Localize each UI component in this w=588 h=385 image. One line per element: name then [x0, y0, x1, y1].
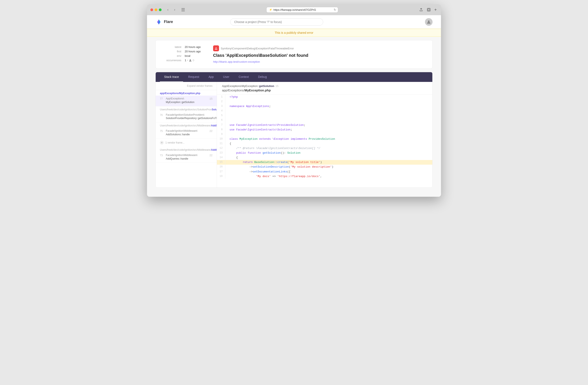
- frame-file-base-73: AddQueries.php: [211, 148, 217, 151]
- public-error-banner: This is a publicly shared error: [147, 29, 441, 37]
- frame-item-73[interactable]: 73 Facade\Ignition\Middleware\ AddQuerie…: [156, 152, 217, 163]
- code-file-path: app/Exceptions/MyException.php: [222, 88, 427, 92]
- minimize-button[interactable]: [155, 8, 157, 11]
- code-line-8: 8 use Facade\IgnitionContracts\Solution;: [217, 127, 432, 132]
- line-num-12: 12: [217, 146, 225, 151]
- env-label: env: [162, 54, 181, 57]
- line-content-5: [225, 113, 235, 118]
- user-avatar[interactable]: [425, 18, 433, 26]
- frame-method-77: MyException::getSolution: [166, 101, 207, 104]
- code-header-title: App\Exceptions\MyException::getSolution …: [222, 84, 427, 88]
- back-button[interactable]: ‹: [165, 7, 171, 13]
- line-num-13: 13: [217, 151, 225, 155]
- frame-file-base-76: SolutionProviderRepository.php: [212, 108, 217, 111]
- frame-file-75: Users/freek/dev/code/ignition/src/Middle…: [156, 122, 217, 128]
- line-content-12: /** @return \Facade\IgnitionContracts\So…: [225, 146, 324, 151]
- line-num-8: 8: [217, 127, 225, 132]
- code-block: 1 <?php 2 3 namespace App\Exceptions;: [217, 95, 432, 179]
- frame-number-75: 75: [160, 129, 164, 133]
- line-num-5: 5: [217, 113, 225, 118]
- line-num-15: 15: [217, 160, 225, 165]
- project-search[interactable]: [230, 18, 323, 25]
- line-num-16: 16: [217, 165, 225, 169]
- tab-bar: Stack trace Request App User Context Deb…: [156, 72, 432, 82]
- frame-group-73: Users/freek/dev/code/ignition/src/Middle…: [156, 147, 217, 163]
- tab-context[interactable]: Context: [234, 72, 253, 82]
- top-nav: Flare: [147, 15, 441, 29]
- browser-titlebar: ‹ › ⚡ https://flareapp.io/share/x67OZPrG…: [147, 4, 441, 15]
- frame-line-73: :22: [209, 153, 212, 157]
- share-button[interactable]: [418, 7, 424, 13]
- line-content-6: [225, 118, 235, 123]
- frame-file-77: app/Exceptions/MyException.php: [156, 90, 217, 96]
- vendor-toggle-icon: +: [160, 141, 164, 144]
- frames-sidebar: Expand vendor frames app/Exceptions/MyEx…: [156, 82, 217, 187]
- svg-rect-2: [181, 11, 185, 11]
- frame-item-76[interactable]: 76 Facade\Ignition\SolutionProviders\ So…: [156, 112, 217, 122]
- refresh-icon[interactable]: ↻: [334, 8, 336, 11]
- frame-line-75: :22: [209, 129, 212, 133]
- code-line-15: 15 return BaseSolution::create('My solut…: [217, 160, 432, 165]
- tab-debug[interactable]: Debug: [254, 72, 271, 82]
- frame-item-77[interactable]: 77 App\Exceptions\ MyException::getSolut…: [156, 96, 217, 106]
- svg-rect-1: [181, 9, 185, 10]
- line-num-1: 1: [217, 95, 225, 100]
- active-frame-class: App\Exceptions\MyException::getSolution: [222, 84, 274, 88]
- code-line-7: 7 use Facade\IgnitionContracts\ProvidesS…: [217, 123, 432, 127]
- line-num-9: 9: [217, 132, 225, 137]
- line-content-8: use Facade\IgnitionContracts\Solution;: [225, 127, 296, 132]
- frame-method-info-73: Facade\Ignition\Middleware\ AddQueries::…: [166, 153, 207, 161]
- vendor-frame-toggle[interactable]: + 1 vendor frame...: [156, 139, 217, 147]
- app-content: Flare This is a publicly shared error la…: [147, 15, 441, 197]
- line-num-11: 11: [217, 142, 225, 146]
- new-tab-button[interactable]: +: [433, 7, 438, 12]
- stack-trace-panel: Expand vendor frames app/Exceptions/MyEx…: [156, 82, 432, 187]
- line-content-1: <?php: [225, 95, 242, 100]
- code-header: App\Exceptions\MyException::getSolution …: [217, 82, 432, 95]
- frame-number-73: 73: [160, 153, 164, 157]
- address-bar[interactable]: ⚡ https://flareapp.io/share/x67OZPrG ↻: [266, 7, 338, 13]
- line-content-18: 'My docs' => 'https://flareapp.io/docs',: [225, 174, 326, 179]
- expand-vendor-link[interactable]: Expand vendor frames: [156, 82, 217, 90]
- frame-item-75[interactable]: 75 Facade\Ignition\Middleware\ AddSoluti…: [156, 128, 217, 139]
- forward-button[interactable]: ›: [172, 7, 178, 13]
- active-frame-line: :15: [275, 85, 279, 88]
- tab-request[interactable]: Request: [184, 72, 203, 82]
- code-line-6: 6: [217, 118, 432, 123]
- new-window-button[interactable]: [426, 7, 432, 13]
- error-summary: latest 20 hours ago first 20 hours ago e…: [155, 40, 433, 69]
- tab-user[interactable]: User: [219, 72, 234, 82]
- line-num-10: 10: [217, 137, 225, 142]
- line-num-17: 17: [217, 169, 225, 174]
- frame-file-base: MyException.php: [179, 92, 200, 95]
- tab-app[interactable]: App: [204, 72, 218, 82]
- frame-file-path-75: Users/freek/dev/code/ignition/src/Middle…: [160, 124, 211, 127]
- frame-class-73: Facade\Ignition\Middleware\: [166, 153, 207, 157]
- error-details: Symfony\Component\Debug\Exception\FatalT…: [213, 45, 426, 63]
- vendor-toggle-label: 1 vendor frame...: [165, 141, 185, 144]
- frame-line-77: :15: [209, 97, 212, 100]
- occurrences-value: 1 • 0: [185, 59, 205, 62]
- latest-label: latest: [162, 45, 181, 49]
- code-line-18: 18 'My docs' => 'https://flareapp.io/doc…: [217, 174, 432, 179]
- tab-stack-trace[interactable]: Stack trace: [160, 72, 183, 82]
- svg-point-9: [428, 20, 430, 22]
- close-button[interactable]: [150, 8, 153, 11]
- line-content-15: return BaseSolution::create('My solution…: [225, 160, 326, 165]
- sidebar-toggle-button[interactable]: [180, 7, 186, 13]
- frame-file-path-76: Users/freek/dev/code/ignition/src/Soluti…: [160, 108, 212, 111]
- project-search-input[interactable]: [230, 18, 323, 25]
- logo-text: Flare: [164, 20, 173, 24]
- maximize-button[interactable]: [159, 8, 162, 11]
- code-file-name: MyException.php: [245, 88, 271, 92]
- line-content-4: [225, 109, 235, 113]
- frame-file-dir: app/Exceptions/: [160, 92, 179, 95]
- line-content-13: public function getSolution(): Solution: [225, 151, 305, 155]
- code-line-10: 10 class MyException extends \Exception …: [217, 137, 432, 142]
- browser-window: ‹ › ⚡ https://flareapp.io/share/x67OZPrG…: [147, 4, 441, 197]
- line-content-16: ->setSolutionDescription('My solution de…: [225, 165, 338, 169]
- code-line-4: 4: [217, 109, 432, 113]
- line-content-7: use Facade\IgnitionContracts\ProvidesSol…: [225, 123, 310, 127]
- error-class: Symfony\Component\Debug\Exception\FatalT…: [221, 47, 294, 50]
- error-url[interactable]: http://titanic.app.test/custom-exception: [213, 60, 260, 63]
